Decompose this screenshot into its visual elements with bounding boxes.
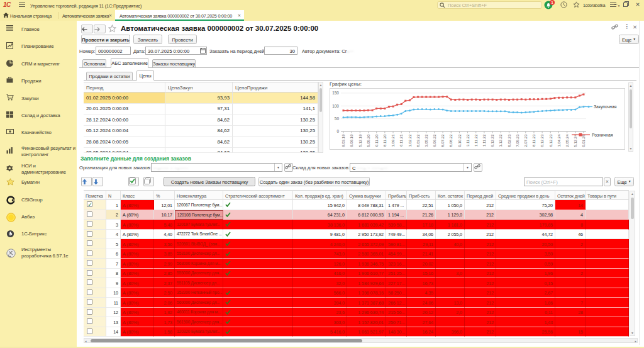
scroll-up-icon[interactable]: ▲ bbox=[319, 83, 323, 87]
price-row[interactable]: 05.12.2024 0:00:0484,62130,25 bbox=[84, 126, 318, 137]
price-table-scrollbar[interactable]: ▲ bbox=[318, 82, 323, 153]
row-mark-cell[interactable] bbox=[84, 269, 106, 279]
checkbox-unchecked[interactable] bbox=[87, 240, 92, 246]
sidebar-item-авбиз[interactable]: Авбиз bbox=[0, 213, 77, 222]
price-row[interactable]: 02.05.2024 0:00:0484,62130,25 bbox=[84, 148, 318, 153]
window-close-button[interactable]: ✕ bbox=[634, 1, 641, 8]
row-mark-cell[interactable] bbox=[84, 210, 106, 220]
row-mark-cell[interactable] bbox=[84, 308, 106, 318]
sidebar-item-казначейство[interactable]: Казначейство bbox=[0, 128, 77, 137]
price-col-0[interactable]: Период bbox=[84, 82, 165, 93]
checkbox-unchecked[interactable] bbox=[87, 260, 92, 266]
main-table-vscrollbar[interactable]: ▲▼ bbox=[630, 191, 635, 336]
org-combo[interactable]: ··–···· · ·–····▼ bbox=[151, 163, 282, 172]
copy-link-icon[interactable] bbox=[611, 24, 618, 30]
period-input[interactable]: 30 bbox=[264, 47, 297, 55]
main-table-row[interactable]: 2А (80%)10,17120108 Полотенце бум...64 2… bbox=[84, 210, 630, 220]
warehouse-combo[interactable]: С ···– · ····–··▼ bbox=[350, 163, 472, 172]
form-more-button[interactable]: Еще ▼ bbox=[619, 35, 639, 44]
forward-button[interactable] bbox=[94, 25, 106, 33]
main-col-10[interactable]: Кол. остаток bbox=[436, 190, 465, 200]
search-clear-button[interactable]: ✕ bbox=[604, 177, 611, 186]
main-col-8[interactable]: Прибыль bbox=[386, 190, 407, 200]
main-col-3[interactable]: % bbox=[154, 190, 175, 200]
sidebar-item-продажи[interactable]: Продажи bbox=[0, 77, 77, 86]
checkbox-unchecked[interactable] bbox=[87, 211, 92, 217]
scroll-down-icon[interactable]: ▼ bbox=[629, 147, 633, 150]
scroll-left-icon[interactable]: ◂ bbox=[85, 339, 87, 343]
command-button-0[interactable]: Провести и закрыть bbox=[81, 35, 130, 44]
sidebar-item-бумагин[interactable]: Бумагин bbox=[0, 178, 77, 187]
table-search-input[interactable]: Поиск (Ctrl+F) bbox=[524, 177, 603, 186]
row-mark-cell[interactable] bbox=[84, 200, 106, 210]
hscroll-thumb[interactable] bbox=[91, 339, 362, 342]
main-col-5[interactable]: Стратегический ассортимент bbox=[223, 190, 293, 200]
main-table-row[interactable]: 11А (80%)2,06560000 Диспенсер дл...394,0… bbox=[84, 298, 630, 308]
row-mark-cell[interactable] bbox=[84, 298, 106, 308]
uncheck-all-button[interactable] bbox=[143, 177, 154, 186]
checkbox-unchecked[interactable] bbox=[87, 250, 92, 256]
checkbox-unchecked[interactable] bbox=[87, 318, 92, 324]
current-user-label[interactable]: 1cdorabotka bbox=[583, 3, 605, 8]
main-col-6[interactable]: Кол. продаж(в ед. хран) bbox=[293, 190, 347, 200]
form-tab-2[interactable]: Заказы поставщику bbox=[152, 59, 196, 68]
main-col-2[interactable]: Класс bbox=[121, 190, 154, 200]
main-table-row[interactable]: 5А (80%)3,56520501 ВЫВОД_ (зам...4 240,0… bbox=[84, 239, 630, 249]
subtab-1[interactable]: Цены bbox=[136, 70, 154, 81]
window-restore-button[interactable] bbox=[623, 1, 629, 7]
sidebar-item-склад-и-доставка[interactable]: Склад и доставка bbox=[0, 111, 77, 120]
checkbox-unchecked[interactable] bbox=[87, 309, 92, 315]
checkbox-unchecked[interactable] bbox=[87, 231, 92, 237]
sidebar-item-инструменты[interactable]: Инструменты разработчика 6.57.1е bbox=[0, 245, 77, 261]
main-col-4[interactable]: Номенклатура bbox=[175, 190, 223, 200]
sidebar-item-планирование[interactable]: Планирование bbox=[0, 42, 77, 51]
row-mark-cell[interactable] bbox=[84, 220, 106, 230]
main-col-0[interactable]: Пометка bbox=[84, 190, 106, 200]
scroll-up-icon[interactable]: ▲ bbox=[630, 192, 635, 196]
main-col-7[interactable]: Сумма выручки bbox=[347, 190, 386, 200]
scroll-up-icon[interactable]: ▲ bbox=[629, 84, 633, 87]
chart-panel-scrollbar[interactable]: ▲▼ bbox=[628, 82, 633, 152]
table-more-button[interactable]: Еще ▼ bbox=[614, 177, 634, 186]
create-order-button-1[interactable]: Создать один заказ (без разбивки по пост… bbox=[258, 177, 370, 186]
checkbox-unchecked[interactable] bbox=[87, 279, 92, 285]
tab-close-icon[interactable]: ✕ bbox=[238, 13, 241, 18]
scroll-right-icon[interactable]: ▸ bbox=[635, 339, 636, 343]
price-row[interactable]: 20.01.2025 0:00:0397,31141,1 bbox=[84, 104, 318, 115]
sidebar-item-crm-и-маркетинг[interactable]: CRM и маркетинг bbox=[0, 60, 77, 69]
checkbox-unchecked[interactable] bbox=[87, 299, 92, 305]
command-button-2[interactable]: Провести bbox=[168, 35, 197, 44]
sidebar-item-финансовый-результат-и[interactable]: Финансовый результат и контроллинг bbox=[0, 144, 77, 159]
main-col-11[interactable]: Период дней bbox=[465, 190, 496, 200]
main-table-row[interactable]: 1А (80%)12,01120067 Полотенце бум...15 9… bbox=[84, 200, 630, 210]
calendar-icon[interactable] bbox=[200, 48, 206, 53]
org-link-icon[interactable] bbox=[284, 163, 293, 172]
window-tab-0[interactable]: Начальная страница bbox=[0, 10, 58, 21]
favorite-star-icon[interactable] bbox=[108, 25, 116, 33]
price-row[interactable]: 01.02.2025 0:00:0093,93144,58 bbox=[84, 93, 318, 104]
row-mark-cell[interactable] bbox=[84, 259, 106, 269]
price-row[interactable]: 28.08.2024 0:00:0584,62130,25 bbox=[84, 137, 318, 148]
chevron-down-icon[interactable]: ▼ bbox=[464, 164, 471, 171]
scroll-down-icon[interactable]: ▼ bbox=[630, 331, 635, 335]
main-table-row[interactable]: 9А (80%)2,37551105 Диспенсер дл...32,01 … bbox=[84, 278, 630, 288]
main-menu-icon[interactable] bbox=[19, 3, 25, 8]
row-mark-cell[interactable] bbox=[84, 278, 106, 288]
command-button-1[interactable]: Записать bbox=[133, 35, 162, 44]
row-mark-cell[interactable] bbox=[84, 230, 106, 240]
checkbox-unchecked[interactable] bbox=[87, 270, 92, 276]
create-order-button-0[interactable]: Создать новые Заказы поставщику bbox=[164, 177, 255, 186]
main-table-hscrollbar[interactable]: ◂▸ bbox=[84, 338, 638, 343]
checkbox-unchecked[interactable] bbox=[87, 221, 92, 227]
window-minimize-button[interactable]: – bbox=[613, 1, 619, 8]
main-table-row[interactable]: 4А (80%)4,40472272 Tork SmartOne ...9 48… bbox=[84, 230, 630, 240]
favorites-star-icon[interactable] bbox=[573, 1, 580, 8]
main-table-row[interactable]: 3А (80%)5,48120197 Бумага туалет...38 13… bbox=[84, 220, 630, 230]
price-col-2[interactable]: ЦенаПродажи bbox=[233, 82, 318, 93]
checkbox-unchecked[interactable] bbox=[87, 328, 92, 334]
number-input[interactable]: 000000002 bbox=[96, 47, 131, 55]
move-up-button[interactable] bbox=[81, 177, 92, 186]
row-mark-cell[interactable] bbox=[84, 317, 106, 327]
form-close-icon[interactable]: ✕ bbox=[633, 24, 637, 30]
date-input[interactable]: 30.07.2025 0:00:00 bbox=[145, 47, 207, 55]
